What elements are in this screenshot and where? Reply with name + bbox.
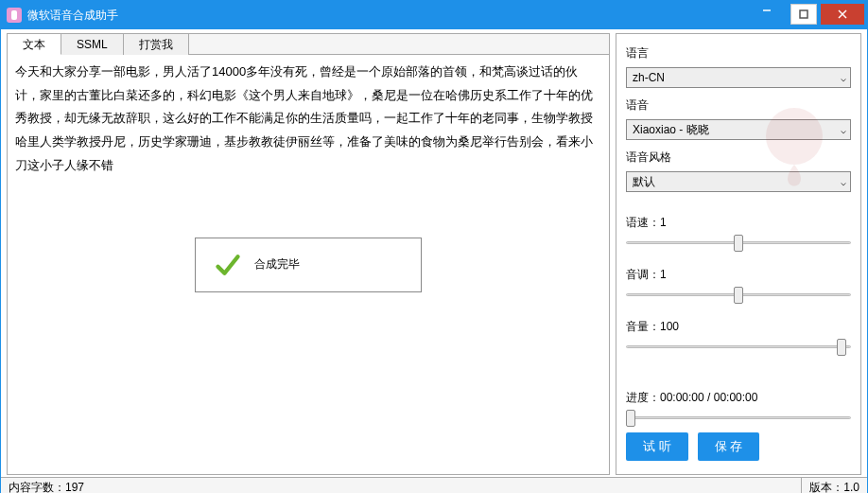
window-title: 微软语音合成助手: [27, 8, 118, 24]
preview-button[interactable]: 试 听: [626, 432, 688, 461]
style-label: 语音风格: [626, 150, 851, 166]
editor-panel: 文本 SSML 打赏我 合成完毕: [7, 33, 610, 475]
language-label: 语言: [626, 45, 851, 62]
tab-donate[interactable]: 打赏我: [124, 34, 189, 55]
rate-slider-thumb[interactable]: [734, 235, 743, 252]
titlebar[interactable]: 微软语音合成助手: [1, 1, 867, 29]
volume-slider[interactable]: [626, 337, 851, 356]
style-value: 默认: [633, 174, 655, 190]
app-window: 微软语音合成助手 文本 SSML 打赏我 合成完毕: [0, 0, 868, 493]
language-value: zh-CN: [633, 71, 665, 84]
close-button[interactable]: [821, 4, 864, 25]
pitch-label: 音调：1: [626, 267, 851, 283]
tab-bar: 文本 SSML 打赏我: [8, 34, 609, 55]
progress-label: 进度：00:00:00 / 00:00:00: [626, 390, 851, 406]
volume-slider-thumb[interactable]: [837, 339, 846, 356]
progress-slider[interactable]: [626, 408, 851, 427]
progress-slider-thumb[interactable]: [626, 410, 635, 427]
version-label: 版本：1.0: [809, 480, 859, 493]
language-select[interactable]: zh-CN ⌵: [626, 67, 851, 88]
voice-select[interactable]: Xiaoxiao - 晓晓 ⌵: [626, 119, 851, 140]
voice-value: Xiaoxiao - 晓晓: [633, 122, 709, 138]
maximize-button[interactable]: [790, 4, 817, 25]
save-button[interactable]: 保 存: [698, 432, 760, 461]
minimize-button[interactable]: [745, 0, 789, 18]
rate-slider[interactable]: [626, 233, 851, 252]
svg-rect-1: [800, 10, 807, 18]
char-count: 内容字数：197: [9, 480, 84, 493]
checkmark-icon: [215, 252, 241, 278]
status-bar: 内容字数：197 版本：1.0: [1, 477, 867, 493]
pitch-slider-thumb[interactable]: [734, 287, 743, 304]
pitch-slider[interactable]: [626, 285, 851, 304]
toast-message: 合成完毕: [254, 256, 300, 273]
rate-label: 语速：1: [626, 215, 851, 231]
status-toast: 合成完毕: [195, 238, 422, 292]
style-select[interactable]: 默认 ⌵: [626, 171, 851, 192]
voice-label: 语音: [626, 97, 851, 114]
app-icon: [7, 8, 22, 23]
tab-text[interactable]: 文本: [8, 34, 61, 55]
volume-label: 音量：100: [626, 319, 851, 335]
tab-ssml[interactable]: SSML: [61, 34, 124, 55]
chevron-down-icon: ⌵: [841, 125, 846, 135]
settings-panel: 语言 zh-CN ⌵ 语音 Xiaoxiao - 晓晓 ⌵ 语音风格 默认 ⌵ …: [616, 33, 861, 475]
chevron-down-icon: ⌵: [841, 73, 846, 83]
chevron-down-icon: ⌵: [841, 177, 846, 187]
